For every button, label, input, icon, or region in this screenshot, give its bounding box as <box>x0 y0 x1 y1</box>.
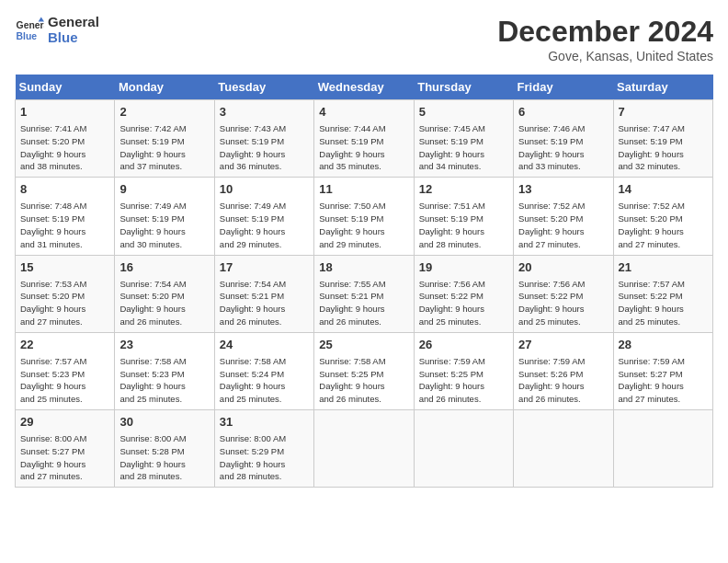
week-row-4: 22Sunrise: 7:57 AM Sunset: 5:23 PM Dayli… <box>16 332 713 409</box>
day-info: Sunrise: 7:53 AM Sunset: 5:20 PM Dayligh… <box>20 278 109 328</box>
calendar-cell: 24Sunrise: 7:58 AM Sunset: 5:24 PM Dayli… <box>214 332 313 409</box>
weekday-header-saturday: Saturday <box>613 75 712 100</box>
day-info: Sunrise: 7:47 AM Sunset: 5:19 PM Dayligh… <box>619 122 708 173</box>
day-number: 25 <box>319 337 408 353</box>
calendar-cell: 7Sunrise: 7:47 AM Sunset: 5:19 PM Daylig… <box>613 100 712 178</box>
day-info: Sunrise: 7:52 AM Sunset: 5:20 PM Dayligh… <box>619 200 708 250</box>
calendar-cell: 15Sunrise: 7:53 AM Sunset: 5:20 PM Dayli… <box>16 255 115 332</box>
calendar-cell: 26Sunrise: 7:59 AM Sunset: 5:25 PM Dayli… <box>414 332 513 409</box>
day-number: 14 <box>619 181 708 198</box>
calendar-cell: 25Sunrise: 7:58 AM Sunset: 5:25 PM Dayli… <box>314 332 414 409</box>
calendar-cell: 6Sunrise: 7:46 AM Sunset: 5:19 PM Daylig… <box>514 100 613 178</box>
title-area: December 2024 Gove, Kansas, United State… <box>497 15 713 63</box>
day-number: 15 <box>20 259 109 276</box>
calendar-cell: 14Sunrise: 7:52 AM Sunset: 5:20 PM Dayli… <box>613 178 712 255</box>
calendar-cell: 31Sunrise: 8:00 AM Sunset: 5:29 PM Dayli… <box>214 410 313 488</box>
calendar-cell <box>414 410 513 488</box>
day-number: 10 <box>220 181 309 198</box>
day-info: Sunrise: 7:59 AM Sunset: 5:27 PM Dayligh… <box>619 355 708 406</box>
day-number: 12 <box>419 181 508 198</box>
calendar-cell <box>514 410 613 488</box>
day-number: 13 <box>518 181 608 198</box>
calendar-cell: 4Sunrise: 7:44 AM Sunset: 5:19 PM Daylig… <box>314 100 414 178</box>
weekday-header-monday: Monday <box>115 75 214 100</box>
day-number: 1 <box>20 104 109 121</box>
calendar-cell: 21Sunrise: 7:57 AM Sunset: 5:22 PM Dayli… <box>613 255 712 332</box>
day-number: 5 <box>419 104 508 121</box>
week-row-1: 1Sunrise: 7:41 AM Sunset: 5:20 PM Daylig… <box>16 100 713 178</box>
day-number: 4 <box>319 104 408 121</box>
calendar-cell: 22Sunrise: 7:57 AM Sunset: 5:23 PM Dayli… <box>16 332 115 409</box>
weekday-header-sunday: Sunday <box>16 75 115 100</box>
day-info: Sunrise: 7:49 AM Sunset: 5:19 PM Dayligh… <box>220 200 309 250</box>
day-info: Sunrise: 7:42 AM Sunset: 5:19 PM Dayligh… <box>119 122 209 173</box>
calendar-table: SundayMondayTuesdayWednesdayThursdayFrid… <box>15 75 713 488</box>
day-number: 11 <box>319 181 408 198</box>
calendar-cell: 3Sunrise: 7:43 AM Sunset: 5:19 PM Daylig… <box>214 100 313 178</box>
weekday-header-friday: Friday <box>514 75 613 100</box>
calendar-cell: 20Sunrise: 7:56 AM Sunset: 5:22 PM Dayli… <box>514 255 613 332</box>
day-number: 29 <box>20 414 109 431</box>
svg-text:General: General <box>17 20 44 30</box>
day-info: Sunrise: 7:56 AM Sunset: 5:22 PM Dayligh… <box>419 278 508 328</box>
day-info: Sunrise: 7:58 AM Sunset: 5:24 PM Dayligh… <box>220 355 309 406</box>
day-number: 27 <box>518 337 608 353</box>
day-info: Sunrise: 8:00 AM Sunset: 5:27 PM Dayligh… <box>20 432 109 483</box>
week-row-5: 29Sunrise: 8:00 AM Sunset: 5:27 PM Dayli… <box>16 410 713 488</box>
day-info: Sunrise: 8:00 AM Sunset: 5:28 PM Dayligh… <box>119 432 209 483</box>
calendar-cell: 5Sunrise: 7:45 AM Sunset: 5:19 PM Daylig… <box>414 100 513 178</box>
calendar-cell: 16Sunrise: 7:54 AM Sunset: 5:20 PM Dayli… <box>115 255 214 332</box>
calendar-cell: 2Sunrise: 7:42 AM Sunset: 5:19 PM Daylig… <box>115 100 214 178</box>
weekday-header-row: SundayMondayTuesdayWednesdayThursdayFrid… <box>16 75 713 100</box>
day-info: Sunrise: 7:44 AM Sunset: 5:19 PM Dayligh… <box>319 122 408 173</box>
day-info: Sunrise: 8:00 AM Sunset: 5:29 PM Dayligh… <box>220 432 309 483</box>
day-info: Sunrise: 7:52 AM Sunset: 5:20 PM Dayligh… <box>518 200 608 250</box>
sub-title: Gove, Kansas, United States <box>497 49 713 63</box>
day-info: Sunrise: 7:48 AM Sunset: 5:19 PM Dayligh… <box>20 200 109 250</box>
svg-marker-2 <box>39 17 44 21</box>
day-number: 21 <box>619 259 708 276</box>
svg-text:Blue: Blue <box>17 30 38 40</box>
day-info: Sunrise: 7:59 AM Sunset: 5:26 PM Dayligh… <box>518 355 608 406</box>
day-number: 24 <box>220 337 309 353</box>
weekday-header-thursday: Thursday <box>414 75 513 100</box>
day-info: Sunrise: 7:56 AM Sunset: 5:22 PM Dayligh… <box>518 278 608 328</box>
day-info: Sunrise: 7:41 AM Sunset: 5:20 PM Dayligh… <box>20 122 109 173</box>
day-number: 7 <box>619 104 708 121</box>
calendar-cell <box>613 410 712 488</box>
main-title: December 2024 <box>497 15 713 49</box>
day-info: Sunrise: 7:59 AM Sunset: 5:25 PM Dayligh… <box>419 355 508 406</box>
day-number: 26 <box>419 337 508 353</box>
day-number: 31 <box>220 414 309 431</box>
week-row-3: 15Sunrise: 7:53 AM Sunset: 5:20 PM Dayli… <box>16 255 713 332</box>
calendar-cell: 28Sunrise: 7:59 AM Sunset: 5:27 PM Dayli… <box>613 332 712 409</box>
day-info: Sunrise: 7:55 AM Sunset: 5:21 PM Dayligh… <box>319 278 408 328</box>
day-number: 3 <box>220 104 309 121</box>
day-number: 6 <box>518 104 608 121</box>
day-info: Sunrise: 7:58 AM Sunset: 5:23 PM Dayligh… <box>119 355 209 406</box>
weekday-header-wednesday: Wednesday <box>314 75 414 100</box>
day-info: Sunrise: 7:50 AM Sunset: 5:19 PM Dayligh… <box>319 200 408 250</box>
calendar-cell: 27Sunrise: 7:59 AM Sunset: 5:26 PM Dayli… <box>514 332 613 409</box>
weekday-header-tuesday: Tuesday <box>214 75 313 100</box>
day-number: 28 <box>619 337 708 353</box>
logo: General Blue General Blue <box>15 15 99 45</box>
day-info: Sunrise: 7:49 AM Sunset: 5:19 PM Dayligh… <box>119 200 209 250</box>
day-number: 19 <box>419 259 508 276</box>
day-number: 18 <box>319 259 408 276</box>
calendar-cell: 10Sunrise: 7:49 AM Sunset: 5:19 PM Dayli… <box>214 178 313 255</box>
day-info: Sunrise: 7:57 AM Sunset: 5:22 PM Dayligh… <box>619 278 708 328</box>
calendar-cell: 1Sunrise: 7:41 AM Sunset: 5:20 PM Daylig… <box>16 100 115 178</box>
calendar-cell: 29Sunrise: 8:00 AM Sunset: 5:27 PM Dayli… <box>16 410 115 488</box>
day-number: 20 <box>518 259 608 276</box>
day-info: Sunrise: 7:45 AM Sunset: 5:19 PM Dayligh… <box>419 122 508 173</box>
day-number: 9 <box>119 181 209 198</box>
calendar-cell: 11Sunrise: 7:50 AM Sunset: 5:19 PM Dayli… <box>314 178 414 255</box>
day-number: 23 <box>119 337 209 353</box>
calendar-cell: 13Sunrise: 7:52 AM Sunset: 5:20 PM Dayli… <box>514 178 613 255</box>
day-info: Sunrise: 7:54 AM Sunset: 5:20 PM Dayligh… <box>119 278 209 328</box>
day-info: Sunrise: 7:57 AM Sunset: 5:23 PM Dayligh… <box>20 355 109 406</box>
calendar-cell: 9Sunrise: 7:49 AM Sunset: 5:19 PM Daylig… <box>115 178 214 255</box>
calendar-cell: 18Sunrise: 7:55 AM Sunset: 5:21 PM Dayli… <box>314 255 414 332</box>
week-row-2: 8Sunrise: 7:48 AM Sunset: 5:19 PM Daylig… <box>16 178 713 255</box>
